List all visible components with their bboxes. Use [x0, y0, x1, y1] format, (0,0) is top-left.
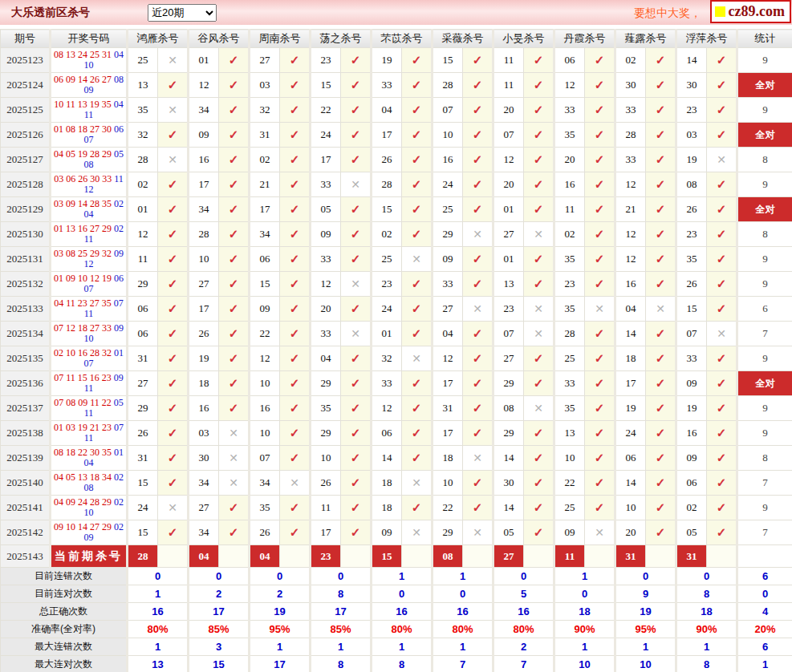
summary-value-cell: 2 [250, 585, 311, 603]
check-icon: ✓ [717, 228, 727, 241]
kill-mark-cell: ✕ [646, 297, 676, 322]
check-icon: ✓ [595, 501, 605, 514]
check-icon: ✓ [168, 79, 178, 91]
front-numbers: 08 13 24 25 31 [54, 49, 114, 60]
cross-icon: ✕ [473, 527, 482, 539]
kill-mark-cell: ✓ [219, 297, 250, 322]
kill-column-header: 采薇杀号 [433, 30, 493, 48]
kill-number-cell: 18 [433, 446, 463, 471]
kill-number-cell: 15 [311, 73, 341, 98]
current-kill-mark-cell [524, 545, 554, 568]
summary-value-cell: 0 [128, 568, 189, 585]
check-icon: ✓ [717, 451, 727, 464]
table-row: 202513502 10 16 28 32 010731✓19✓12✓04✓32… [1, 346, 792, 371]
cross-icon: ✕ [473, 303, 482, 315]
kill-number-cell: 06 [372, 421, 402, 446]
cross-icon: ✕ [534, 403, 543, 415]
check-icon: ✓ [290, 54, 300, 67]
kill-mark-cell: ✕ [158, 98, 189, 123]
check-icon: ✓ [656, 153, 666, 166]
kill-number-cell: 14 [615, 471, 646, 496]
summary-value-cell: 8 [676, 656, 737, 672]
kill-mark-cell: ✓ [158, 446, 189, 471]
kill-mark-cell: ✓ [463, 471, 493, 496]
kill-mark-cell: ✕ [402, 247, 433, 272]
kill-number-cell: 17 [615, 371, 646, 396]
kill-number-cell: 33 [615, 148, 646, 172]
stat-cell: 全对 [737, 73, 792, 98]
kill-number-cell: 12 [433, 346, 463, 371]
check-icon: ✓ [412, 153, 422, 166]
kill-mark-cell: ✓ [463, 247, 493, 272]
kill-mark-cell: ✓ [585, 421, 615, 446]
draw-numbers-cell: 03 09 14 28 35 0204 [51, 197, 128, 222]
summary-value-cell: 80% [128, 621, 189, 638]
front-numbers: 07 11 15 16 23 [54, 372, 114, 383]
back-number: 06 [114, 123, 124, 135]
check-icon: ✓ [717, 501, 727, 514]
check-icon: ✓ [412, 277, 422, 290]
current-period-row: 2025143当前期杀号28040423150827113131 [1, 545, 792, 568]
kill-number-cell: 06 [250, 247, 280, 272]
summary-value-cell: 1 [554, 638, 615, 656]
kill-number-cell: 25 [433, 197, 463, 222]
check-icon: ✓ [473, 277, 483, 290]
period-range-select[interactable]: 近20期 [148, 4, 217, 22]
kill-mark-cell: ✓ [341, 471, 372, 496]
kill-mark-cell: ✕ [524, 297, 554, 322]
cross-icon: ✕ [534, 328, 543, 340]
kill-column-header: 浮萍杀号 [676, 30, 737, 48]
summary-value-cell: 0 [250, 568, 311, 585]
summary-value-cell: 0 [189, 568, 250, 585]
check-icon: ✓ [656, 476, 666, 489]
kill-mark-cell: ✓ [463, 73, 493, 98]
kill-number-cell: 29 [311, 421, 341, 446]
check-icon: ✓ [473, 427, 483, 439]
kill-number-cell: 20 [615, 520, 646, 545]
period-cell: 2025127 [1, 148, 51, 172]
kill-mark-cell: ✓ [707, 346, 737, 371]
kill-mark-cell: ✓ [646, 197, 676, 222]
check-icon: ✓ [229, 228, 239, 241]
kill-mark-cell: ✓ [524, 148, 554, 172]
period-cell: 2025124 [1, 73, 51, 98]
kill-number-cell: 08 [676, 172, 707, 197]
kill-mark-cell: ✓ [585, 247, 615, 272]
kill-mark-cell: ✓ [707, 396, 737, 421]
kill-number-cell: 02 [554, 222, 585, 247]
kill-number-cell: 30 [615, 73, 646, 98]
kill-mark-cell: ✓ [280, 172, 311, 197]
check-icon: ✓ [473, 203, 483, 216]
check-icon: ✓ [412, 402, 422, 415]
kill-number-cell: 23 [676, 98, 707, 123]
kill-mark-cell: ✕ [585, 520, 615, 545]
check-icon: ✓ [656, 253, 666, 265]
stat-cell: 8 [737, 148, 792, 172]
kill-number-cell: 18 [372, 471, 402, 496]
kill-number-cell: 16 [676, 421, 707, 446]
cross-icon: ✕ [351, 179, 360, 191]
kill-mark-cell: ✕ [463, 297, 493, 322]
check-icon: ✓ [595, 427, 605, 439]
kill-mark-cell: ✓ [158, 421, 189, 446]
kill-mark-cell: ✓ [402, 222, 433, 247]
back-number: 09 [114, 322, 124, 334]
back-number: 02 [114, 521, 124, 532]
stat-cell: 全对 [737, 123, 792, 148]
draw-numbers-cell: 03 06 26 30 33 1112 [51, 172, 128, 197]
kill-mark-cell: ✓ [402, 73, 433, 98]
kill-mark-cell: ✓ [280, 421, 311, 446]
front-numbers: 07 08 09 11 22 [54, 397, 114, 408]
summary-value-cell: 1 [372, 568, 433, 585]
front-numbers: 08 18 22 30 35 [54, 447, 114, 458]
kill-number-cell: 17 [372, 123, 402, 148]
kill-number-cell: 29 [128, 272, 158, 297]
table-row: 202512510 11 13 19 35 041135✕34✓32✓22✓04… [1, 98, 792, 123]
kill-mark-cell: ✓ [646, 148, 676, 172]
kill-number-cell: 32 [250, 98, 280, 123]
site-logo[interactable]: cz89.com [710, 0, 791, 23]
kill-number-cell: 25 [554, 346, 585, 371]
kill-number-cell: 28 [372, 172, 402, 197]
summary-value-cell: 85% [311, 621, 372, 638]
kill-mark-cell: ✓ [341, 371, 372, 396]
